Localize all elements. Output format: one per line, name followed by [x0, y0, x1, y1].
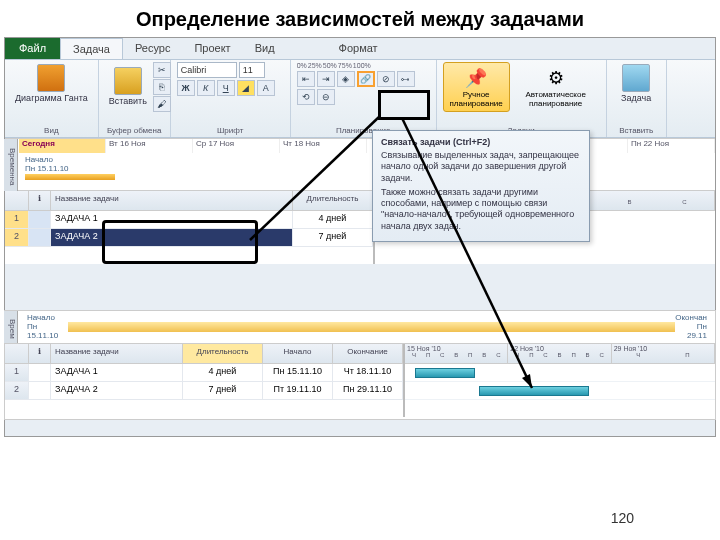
group-view: Диаграмма Ганта Вид: [5, 60, 99, 137]
end-date-2: Пн 29.11: [675, 322, 707, 340]
font-size-combo[interactable]: 11: [239, 62, 265, 78]
tab-view[interactable]: Вид: [243, 38, 287, 59]
gantt-icon: [37, 64, 65, 92]
indent-button[interactable]: ⇥: [317, 71, 335, 87]
timeline-day: Пн 22 Ноя: [628, 139, 715, 153]
timeline-bar[interactable]: [25, 174, 115, 180]
group-clipboard-label: Буфер обмена: [105, 125, 164, 135]
col-duration[interactable]: Длительность: [183, 344, 263, 363]
auto-schedule-button[interactable]: ⚙ Автоматическое планирование: [512, 63, 600, 111]
respect-links-button[interactable]: ⟲: [297, 89, 315, 105]
col-start[interactable]: Начало: [263, 344, 333, 363]
page-number: 120: [611, 510, 634, 526]
tooltip-body: Также можно связать задачи другими спосо…: [381, 187, 581, 232]
tab-format[interactable]: Формат: [327, 38, 390, 59]
end-label-2: Окончан: [675, 313, 707, 322]
paste-button[interactable]: Вставить: [105, 65, 151, 109]
task-icon: [622, 64, 650, 92]
pin-icon: 📌: [462, 65, 490, 91]
tooltip-body: Связывание выделенных задач, запрещающее…: [381, 150, 581, 184]
ribbon: Диаграмма Ганта Вид Вставить ✂ ⎘ 🖌 Буфер…: [5, 60, 715, 138]
tab-resource[interactable]: Ресурс: [123, 38, 182, 59]
outdent-button[interactable]: ⇤: [297, 71, 315, 87]
col-duration[interactable]: Длительность: [293, 191, 373, 210]
timeline-start-label: Начало: [25, 155, 709, 164]
duration-cell[interactable]: 4 дней: [293, 211, 373, 228]
tab-task[interactable]: Задача: [60, 38, 123, 59]
underline-button[interactable]: Ч: [217, 80, 235, 96]
gantt-bar-task1[interactable]: [415, 368, 475, 378]
row-id: 1: [5, 211, 29, 228]
gantt-row: [405, 382, 715, 400]
timeline-vtab[interactable]: Временна: [4, 139, 18, 191]
timeline-start-date: Пн 15.11.10: [25, 164, 709, 173]
timeline-day: Чт 18 Ноя: [280, 139, 367, 153]
unlink-button[interactable]: ⊘: [377, 71, 395, 87]
timeline-day: Вт 16 Ноя: [106, 139, 193, 153]
grid-header-2: ℹ Название задачи Длительность Начало Ок…: [5, 344, 403, 364]
table-row[interactable]: 1 ЗАДАЧА 1 4 дней Пн 15.11.10 Чт 18.11.1…: [5, 364, 403, 382]
copy-button[interactable]: ⎘: [153, 79, 171, 95]
paste-icon: [114, 67, 142, 95]
tooltip-title: Связать задачи (Ctrl+F2): [381, 137, 581, 147]
group-clipboard: Вставить ✂ ⎘ 🖌 Буфер обмена: [99, 60, 171, 137]
cut-button[interactable]: ✂: [153, 62, 171, 78]
duration-cell[interactable]: 7 дней: [293, 229, 373, 246]
start-label-2: Начало: [27, 313, 68, 322]
timeline-today: Сегодня: [19, 139, 106, 153]
gantt-row: [405, 364, 715, 382]
fill-color-button[interactable]: ◢: [237, 80, 255, 96]
timeline-panel: Временна Сегодня Вт 16 Ноя Ср 17 Ноя Чт …: [5, 138, 715, 190]
group-tasks: 📌 Ручное планирование ⚙ Автоматическое п…: [437, 60, 607, 137]
track-button[interactable]: ◈: [337, 71, 355, 87]
insert-task-button[interactable]: Задача: [613, 62, 660, 106]
timeline-vtab-2[interactable]: Врем: [4, 311, 18, 343]
gantt-header-2: 15 Ноя '10ЧПСВПВС 22 Ноя '10ЧПСВПВС 29 Н…: [405, 344, 715, 364]
timeline-bar-2[interactable]: [68, 322, 675, 332]
page-title: Определение зависимостей между задачами: [0, 0, 720, 37]
tab-file[interactable]: Файл: [5, 38, 60, 59]
grid-header: ℹ Название задачи Длительность: [5, 191, 373, 211]
start-date-2: Пн 15.11.10: [27, 322, 68, 340]
timeline-header: Сегодня Вт 16 Ноя Ср 17 Ноя Чт 18 Ноя Но…: [19, 139, 715, 153]
link-tasks-button[interactable]: 🔗: [357, 71, 375, 87]
table-row[interactable]: 2 ЗАДАЧА 2 7 дней Пт 19.11.10 Пн 29.11.1…: [5, 382, 403, 400]
font-name-combo[interactable]: Calibri: [177, 62, 237, 78]
group-view-label: Вид: [11, 125, 92, 135]
info-icon: ℹ: [29, 191, 51, 210]
gantt-bar-task2[interactable]: [479, 386, 589, 396]
ribbon-tabs: Файл Задача Ресурс Проект Вид Формат: [5, 38, 715, 60]
link-tasks-tooltip: Связать задачи (Ctrl+F2) Связывание выде…: [372, 130, 590, 242]
group-font: Calibri 11 Ж К Ч ◢ A Шрифт: [171, 60, 291, 137]
bold-button[interactable]: Ж: [177, 80, 195, 96]
tab-project[interactable]: Проект: [182, 38, 242, 59]
manual-schedule-button[interactable]: 📌 Ручное планирование: [443, 62, 510, 112]
group-insert-label: Вставить: [613, 125, 660, 135]
group-font-label: Шрифт: [177, 125, 284, 135]
lower-screenshot: Врем Начало Пн 15.11.10 Окончан Пн 29.11…: [4, 310, 716, 420]
col-name[interactable]: Название задачи: [51, 191, 293, 210]
col-name[interactable]: Название задачи: [51, 344, 183, 363]
font-color-button[interactable]: A: [257, 80, 275, 96]
split-button[interactable]: ⧟: [397, 71, 415, 87]
italic-button[interactable]: К: [197, 80, 215, 96]
auto-icon: ⚙: [542, 65, 570, 91]
col-end[interactable]: Окончание: [333, 344, 403, 363]
timeline-day: Ср 17 Ноя: [193, 139, 280, 153]
gantt-chart-button[interactable]: Диаграмма Ганта: [11, 62, 92, 106]
link-button-highlight: [378, 90, 430, 120]
row-id: 2: [5, 229, 29, 246]
task-selection-highlight: [102, 220, 258, 264]
group-insert: Задача Вставить: [607, 60, 667, 137]
inactive-button[interactable]: ⊖: [317, 89, 335, 105]
format-painter-button[interactable]: 🖌: [153, 96, 171, 112]
